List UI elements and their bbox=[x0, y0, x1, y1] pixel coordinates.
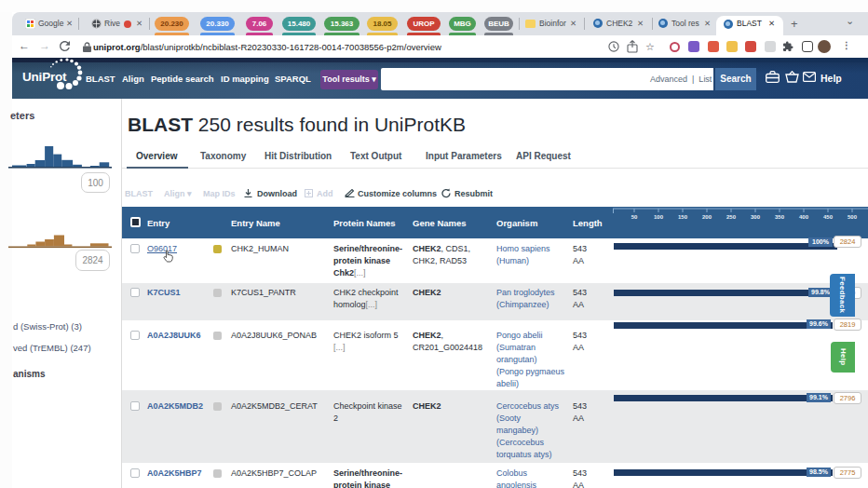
svg-text:50: 50 bbox=[631, 214, 638, 220]
svg-text:350: 350 bbox=[775, 214, 785, 220]
svg-text:100: 100 bbox=[654, 214, 664, 220]
svg-text:250: 250 bbox=[726, 214, 737, 220]
svg-text:500: 500 bbox=[848, 214, 858, 220]
svg-text:150: 150 bbox=[678, 214, 688, 220]
svg-text:300: 300 bbox=[751, 214, 761, 220]
svg-text:450: 450 bbox=[823, 214, 834, 220]
svg-text:200: 200 bbox=[702, 214, 712, 220]
svg-text:400: 400 bbox=[799, 214, 809, 220]
